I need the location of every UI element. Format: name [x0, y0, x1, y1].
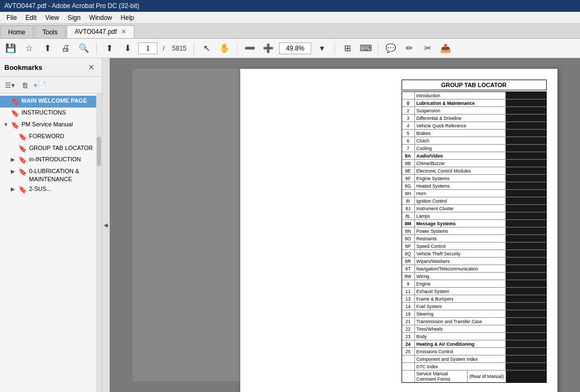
bookmark-foreword[interactable]: 🔖 FOREWORD: [0, 131, 96, 143]
fit-page-button[interactable]: ⊞: [340, 41, 355, 55]
tab-bar: Home Tools AVTO0447.pdf ✕: [0, 24, 580, 39]
bookmark-introduction[interactable]: ▶ 🔖 in-INTRODUCTION: [0, 154, 96, 166]
table-row: 5 Brakes: [402, 130, 546, 137]
cursor-tool-button[interactable]: ↖: [199, 41, 214, 55]
tab-home[interactable]: Home: [0, 25, 33, 38]
table-row: 8R Wipers/Washers: [402, 258, 546, 265]
row-num: 8G: [402, 182, 415, 189]
comment-button[interactable]: 💬: [383, 41, 398, 55]
row-bar: [506, 295, 546, 302]
row-label: Fuel System: [415, 303, 506, 310]
redact-button[interactable]: ✂: [420, 41, 435, 55]
page-number-input[interactable]: [138, 42, 157, 54]
sidebar-header-icons: ✕: [85, 61, 97, 73]
prev-page-button[interactable]: ⬆: [102, 41, 117, 55]
row-num: 0: [402, 99, 415, 106]
highlight-button[interactable]: ✏: [402, 41, 417, 55]
bookmark-label-sus: 2-SUS...: [29, 185, 52, 193]
bookmark-icon-intro: 🔖: [18, 156, 27, 165]
menu-window[interactable]: Window: [86, 13, 116, 23]
sidebar-scroll-thumb[interactable]: [97, 137, 101, 166]
bookmark-instructions[interactable]: 🔖 INSTRUCTIONS: [0, 108, 96, 119]
row-num: 3: [402, 115, 415, 122]
pdf-area[interactable]: GROUP TAB LOCATOR Introduction 0 Lubrica…: [110, 58, 580, 392]
bookmark-expand-intro[interactable]: ▶: [11, 156, 18, 163]
bookmark-add-button[interactable]: ☆: [22, 41, 37, 55]
zoom-level-input[interactable]: [279, 42, 311, 54]
row-num: 8Q: [402, 250, 415, 257]
bookmark-expand-sus[interactable]: ▶: [11, 186, 18, 193]
row-num: 8R: [402, 258, 415, 265]
bookmark-label-foreword: FOREWORD: [29, 132, 64, 140]
sidebar-title: Bookmarks: [4, 63, 42, 72]
row-bar: [506, 273, 546, 280]
row-bar: [506, 363, 546, 370]
sidebar-delete-button[interactable]: 🗑: [18, 79, 31, 91]
bookmark-expand-pm[interactable]: ▼: [3, 121, 11, 128]
sidebar-close-icon[interactable]: ✕: [85, 61, 97, 73]
row-label: Navigation/Telecommunication: [415, 265, 506, 272]
menu-help[interactable]: Help: [118, 13, 138, 23]
hand-tool-button[interactable]: ✋: [217, 41, 232, 55]
sidebar-view-button[interactable]: ☰▾: [3, 79, 16, 91]
tab-tools[interactable]: Tools: [34, 25, 66, 38]
sign-in-button[interactable]: ⬆: [40, 41, 55, 55]
row-num: 5: [402, 130, 415, 137]
share-button[interactable]: 📤: [438, 41, 453, 55]
row-num: 8J: [402, 205, 415, 212]
row-label: Power Systems: [415, 227, 506, 234]
row-label: Lubrication & Maintenance: [415, 99, 506, 106]
table-row: 8O Restraints: [402, 235, 546, 243]
save-button[interactable]: 💾: [3, 41, 18, 55]
row-label: Component and System Index: [415, 355, 506, 362]
row-num: 8P: [402, 243, 415, 250]
bookmark-suspension[interactable]: ▶ 🔖 2-SUS...: [0, 184, 96, 196]
row-label: Transmission and Transfer Case: [415, 318, 506, 325]
row-bar: [506, 137, 546, 144]
tab-close-icon[interactable]: ✕: [121, 28, 126, 35]
zoom-in-button[interactable]: ➕: [261, 41, 276, 55]
bookmark-group-tab[interactable]: 🔖 GROUP TAB LOCATOR: [0, 143, 96, 155]
row-bar: [506, 288, 546, 295]
bookmark-main-welcome[interactable]: 🔖 MAIN WELCOME PAGE: [0, 96, 96, 108]
table-row: 3 Differential & Driveline: [402, 115, 546, 122]
menu-edit[interactable]: Edit: [22, 13, 40, 23]
row-label: Wipers/Washers: [415, 258, 506, 265]
row-num: 8N: [402, 227, 415, 234]
menu-sign[interactable]: Sign: [65, 13, 84, 23]
zoom-dropdown-button[interactable]: ▾: [314, 41, 330, 55]
row-bar: [506, 175, 546, 182]
toolbar-separator-3: [237, 42, 238, 54]
sidebar-collapse-button[interactable]: ◀: [102, 58, 110, 392]
row-label: Chime/Buzzer: [415, 160, 506, 167]
print-button[interactable]: 🖨: [58, 41, 73, 55]
bookmark-label-main: MAIN WELCOME PAGE: [22, 97, 87, 104]
keyboard-button[interactable]: ⌨: [358, 41, 373, 55]
row-num: 7: [402, 145, 415, 152]
menu-file[interactable]: File: [3, 13, 20, 23]
next-page-button[interactable]: ⬇: [120, 41, 135, 55]
zoom-out-small-button[interactable]: 🔍: [76, 41, 91, 55]
table-row: 8N Power Systems: [402, 227, 546, 235]
bookmark-expand-lub[interactable]: ▶: [11, 168, 18, 175]
row-num: 14: [402, 303, 415, 310]
row-num: 25: [402, 348, 415, 355]
row-label: Cooling: [415, 145, 506, 152]
row-bar: [506, 325, 546, 332]
sidebar-add-button[interactable]: +📄: [33, 79, 46, 91]
table-row: 6 Clutch: [402, 137, 546, 145]
bookmark-label-lub: 0-LUBRICATION & MAINTENANCE: [29, 167, 93, 183]
bookmark-expand-group: [11, 145, 18, 152]
table-row: 7 Cooling: [402, 145, 546, 152]
menu-view[interactable]: View: [42, 13, 62, 23]
table-row: 19 Steering: [402, 310, 546, 318]
row-label: Wiring: [415, 273, 506, 280]
sidebar-scrollbar[interactable]: [96, 94, 102, 392]
bookmark-pm-service[interactable]: ▼ 🔖 PM Service Manual: [0, 119, 96, 131]
tab-pdf[interactable]: AVTO0447.pdf ✕: [67, 25, 134, 38]
table-row: 8E Electronic Control Modules: [402, 167, 546, 175]
row-label: DTC Index: [415, 363, 506, 370]
zoom-out-button[interactable]: ➖: [242, 41, 257, 55]
row-num: 6: [402, 137, 415, 144]
bookmark-lubrication[interactable]: ▶ 🔖 0-LUBRICATION & MAINTENANCE: [0, 166, 96, 184]
